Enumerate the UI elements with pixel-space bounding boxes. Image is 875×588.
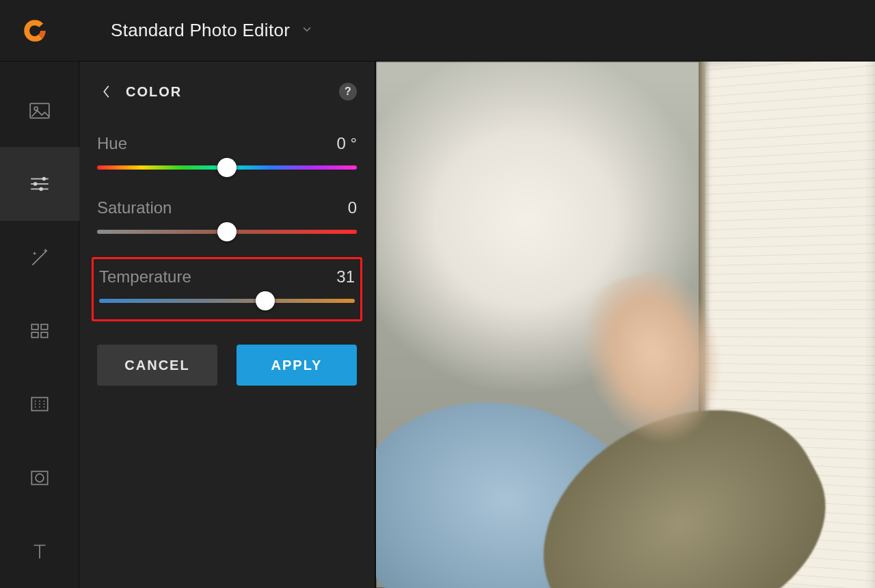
tool-rail xyxy=(0,62,79,588)
svg-rect-10 xyxy=(31,332,38,337)
grid-tool-icon xyxy=(28,319,51,343)
svg-rect-8 xyxy=(31,324,38,329)
svg-point-7 xyxy=(39,187,43,191)
edited-photo xyxy=(376,62,875,588)
matrix-tool-icon xyxy=(28,392,51,416)
image-tool[interactable] xyxy=(0,74,79,147)
svg-point-3 xyxy=(42,177,46,181)
vignette-tool[interactable] xyxy=(0,441,79,514)
temperature-slider-block: Temperature 31 xyxy=(92,257,362,321)
sliders-group: Hue 0 ° Saturation 0 xyxy=(97,129,357,321)
hue-slider-block: Hue 0 ° xyxy=(97,129,357,181)
resize-tool[interactable] xyxy=(0,368,79,441)
svg-point-15 xyxy=(43,401,44,402)
cancel-button[interactable]: CANCEL xyxy=(97,345,217,386)
panel-buttons: CANCEL APPLY xyxy=(97,345,357,386)
magic-wand-tool-icon xyxy=(28,246,51,269)
text-tool-icon xyxy=(28,539,51,563)
hue-label: Hue xyxy=(97,134,127,153)
layout-tool[interactable] xyxy=(0,294,79,367)
saturation-label: Saturation xyxy=(97,198,172,217)
color-panel: COLOR ? Hue 0 ° Saturation 0 xyxy=(79,62,376,588)
panel-title: COLOR xyxy=(126,84,182,100)
svg-point-20 xyxy=(39,407,40,408)
adjust-tool[interactable] xyxy=(0,147,79,220)
app-body: COLOR ? Hue 0 ° Saturation 0 xyxy=(0,62,875,588)
temperature-value: 31 xyxy=(336,267,355,286)
app-title: Standard Photo Editor xyxy=(111,20,290,41)
app-root: Standard Photo Editor xyxy=(0,0,875,588)
temperature-label: Temperature xyxy=(99,267,191,286)
saturation-value: 0 xyxy=(348,198,357,217)
image-canvas[interactable] xyxy=(376,62,875,588)
hue-value: 0 ° xyxy=(336,134,357,153)
app-logo-icon xyxy=(21,16,49,45)
svg-point-23 xyxy=(36,474,44,482)
svg-point-13 xyxy=(34,401,36,402)
hue-slider-track[interactable] xyxy=(97,165,357,170)
temperature-slider-track[interactable] xyxy=(99,299,355,303)
sliders-tool-icon xyxy=(28,172,51,196)
panel-header: COLOR ? xyxy=(97,75,357,108)
apply-button[interactable]: APPLY xyxy=(237,345,357,386)
back-button[interactable] xyxy=(97,82,116,101)
svg-point-19 xyxy=(34,407,36,408)
svg-point-14 xyxy=(39,401,40,402)
text-tool[interactable] xyxy=(0,515,79,588)
svg-rect-11 xyxy=(41,332,48,337)
saturation-slider-track[interactable] xyxy=(97,230,357,234)
hue-slider-thumb[interactable] xyxy=(217,158,237,177)
saturation-slider-block: Saturation 0 xyxy=(97,193,357,245)
effects-tool[interactable] xyxy=(0,221,79,294)
saturation-slider-thumb[interactable] xyxy=(217,222,237,241)
svg-point-16 xyxy=(34,403,36,405)
app-title-dropdown[interactable] xyxy=(301,23,313,38)
svg-rect-9 xyxy=(41,324,48,329)
svg-point-18 xyxy=(43,403,44,405)
svg-point-1 xyxy=(34,107,38,110)
top-bar: Standard Photo Editor xyxy=(0,0,875,62)
temperature-slider-thumb[interactable] xyxy=(256,291,275,310)
help-button[interactable]: ? xyxy=(339,83,357,101)
circle-crop-tool-icon xyxy=(28,466,51,490)
svg-point-5 xyxy=(33,182,37,186)
svg-point-21 xyxy=(43,407,44,408)
svg-point-17 xyxy=(39,403,40,405)
image-tool-icon xyxy=(28,99,51,122)
